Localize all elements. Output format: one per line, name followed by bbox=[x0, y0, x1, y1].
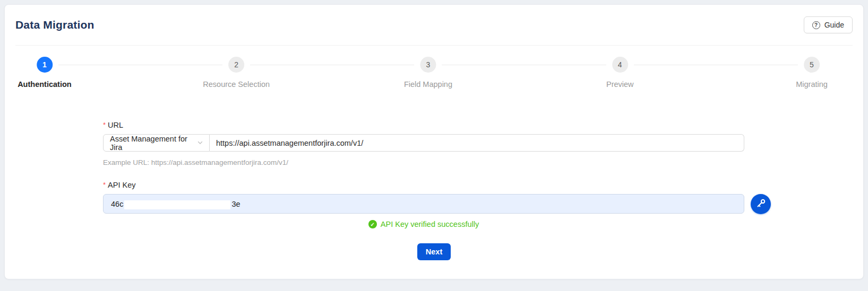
step-migrating: 5 Migrating bbox=[796, 57, 828, 89]
step-label: Resource Selection bbox=[203, 80, 270, 89]
step-number-badge: 5 bbox=[804, 57, 820, 73]
step-number-badge: 3 bbox=[420, 57, 436, 73]
api-key-field-label: *API Key bbox=[103, 181, 744, 189]
card-header: Data Migration ? Guide bbox=[15, 5, 853, 46]
api-key-status-text: API Key verified successfully bbox=[381, 220, 479, 228]
api-key-redaction-block bbox=[124, 200, 230, 209]
url-input-group: Asset Management for Jira bbox=[103, 134, 744, 152]
url-example-hint: Example URL: https://api.assetmanagement… bbox=[103, 158, 744, 166]
required-asterisk: * bbox=[103, 121, 106, 129]
api-key-section: *API Key 46c 3e bbox=[103, 181, 744, 228]
steps-progress-bar: 1 Authentication 2 Resource Selection 3 … bbox=[15, 57, 853, 107]
step-label: Field Mapping bbox=[404, 80, 452, 89]
api-key-input[interactable]: 46c 3e bbox=[103, 194, 744, 214]
api-key-row: 46c 3e bbox=[103, 194, 744, 214]
step-authentication: 1 Authentication bbox=[18, 57, 72, 89]
verify-api-key-button[interactable] bbox=[751, 194, 771, 214]
step-field-mapping: 3 Field Mapping bbox=[404, 57, 452, 89]
next-button[interactable]: Next bbox=[417, 243, 451, 260]
url-input[interactable] bbox=[210, 134, 744, 152]
step-preview: 4 Preview bbox=[606, 57, 634, 89]
step-number-badge: 1 bbox=[37, 57, 53, 73]
required-asterisk: * bbox=[103, 181, 106, 189]
api-key-prefix: 46c bbox=[111, 200, 123, 208]
api-key-suffix: 3e bbox=[231, 200, 240, 208]
step-resource-selection: 2 Resource Selection bbox=[203, 57, 270, 89]
authentication-form: *URL Asset Management for Jira Example U… bbox=[103, 121, 744, 228]
success-check-icon: ✓ bbox=[368, 220, 377, 228]
step-label: Authentication bbox=[18, 80, 72, 89]
data-migration-card: Data Migration ? Guide 1 Authentication … bbox=[4, 4, 864, 279]
step-connector bbox=[634, 65, 798, 65]
provider-select-value: Asset Management for Jira bbox=[110, 135, 197, 152]
step-connector bbox=[58, 65, 222, 65]
step-label: Preview bbox=[606, 80, 634, 89]
step-number-badge: 4 bbox=[612, 57, 628, 73]
next-button-row: Next bbox=[15, 243, 853, 260]
question-circle-icon: ? bbox=[812, 21, 820, 29]
step-label: Migrating bbox=[796, 80, 828, 89]
provider-select[interactable]: Asset Management for Jira bbox=[103, 134, 210, 152]
step-connector bbox=[442, 65, 606, 65]
chevron-down-icon bbox=[197, 139, 203, 147]
url-field-label: *URL bbox=[103, 121, 744, 129]
key-icon bbox=[756, 198, 766, 210]
step-connector bbox=[250, 65, 414, 65]
guide-button-label: Guide bbox=[824, 21, 844, 29]
step-number-badge: 2 bbox=[228, 57, 244, 73]
page-title: Data Migration bbox=[15, 19, 94, 31]
guide-button[interactable]: ? Guide bbox=[804, 16, 853, 33]
api-key-status: ✓ API Key verified successfully bbox=[103, 220, 744, 228]
